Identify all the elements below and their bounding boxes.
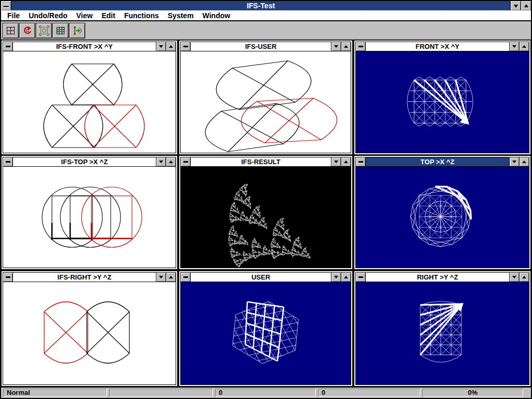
- status-mode: Normal: [3, 389, 107, 397]
- main-titlebar[interactable]: IFS-Test: [1, 1, 531, 10]
- triangle-down-icon: [512, 45, 516, 50]
- window-system-menu-button[interactable]: [3, 273, 13, 282]
- window-minimize-button[interactable]: [156, 157, 166, 166]
- window-system-menu-button[interactable]: [356, 157, 366, 166]
- child-window-right: RIGHT >Y ^Z: [354, 271, 531, 387]
- window-system-menu-button[interactable]: [181, 273, 191, 282]
- triangle-up-icon: [344, 274, 348, 278]
- system-menu-dash-icon: [183, 46, 188, 47]
- triangle-up-icon: [522, 274, 526, 278]
- window-maximize-button[interactable]: [341, 273, 351, 282]
- view-canvas-ifs-front[interactable]: [3, 51, 176, 153]
- window-maximize-button[interactable]: [166, 273, 176, 282]
- toolbar-button-tile-2x2[interactable]: [3, 23, 19, 38]
- status-progress: 0%: [422, 389, 523, 397]
- window-minimize-button[interactable]: [331, 42, 341, 51]
- window-title: IFS-FRONT >X ^Y: [13, 42, 156, 51]
- status-count-2: 0: [318, 389, 420, 397]
- triangle-up-icon: [169, 274, 173, 278]
- view-canvas-right[interactable]: [356, 282, 529, 384]
- window-titlebar[interactable]: FRONT >X ^Y: [356, 42, 529, 51]
- window-system-menu-button[interactable]: [181, 42, 191, 51]
- system-menu-dash-icon: [6, 276, 10, 278]
- window-system-menu-button[interactable]: [3, 157, 13, 166]
- step-forward-arrow-icon: [72, 25, 83, 36]
- menu-item-edit[interactable]: Edit: [101, 11, 115, 20]
- window-maximize-button[interactable]: [519, 42, 529, 51]
- app-title: IFS-Test: [11, 1, 510, 10]
- menu-item-functions[interactable]: Functions: [124, 11, 159, 20]
- window-title: IFS-RIGHT >Y ^Z: [13, 273, 156, 282]
- window-title: IFS-RESULT: [191, 157, 331, 166]
- system-menu-dash-icon: [183, 161, 188, 163]
- system-menu-dash-icon: [3, 5, 9, 7]
- system-menu-dash-icon: [6, 161, 10, 163]
- toolbar-button-rotate[interactable]: [19, 23, 35, 38]
- window-minimize-button[interactable]: [509, 157, 519, 166]
- maximize-button[interactable]: [521, 1, 531, 10]
- window-system-menu-button[interactable]: [356, 273, 366, 282]
- triangle-up-icon: [344, 158, 348, 163]
- system-menu-button[interactable]: [1, 1, 11, 10]
- menu-item-view[interactable]: View: [76, 11, 93, 20]
- triangle-down-icon: [514, 5, 518, 10]
- triangle-down-icon: [159, 276, 163, 281]
- window-maximize-button[interactable]: [166, 157, 176, 166]
- window-titlebar[interactable]: IFS-RIGHT >Y ^Z: [3, 273, 176, 282]
- tile-2x2-grid-icon: [6, 25, 16, 36]
- system-menu-dash-icon: [358, 46, 363, 47]
- view-canvas-ifs-top[interactable]: [3, 167, 176, 268]
- window-titlebar[interactable]: IFS-USER: [181, 42, 351, 51]
- window-titlebar[interactable]: TOP >X ^Z: [356, 157, 529, 167]
- menu-item-file[interactable]: File: [7, 11, 20, 20]
- view-canvas-front[interactable]: [356, 51, 529, 153]
- child-window-front: FRONT >X ^Y: [354, 40, 531, 155]
- window-titlebar[interactable]: RIGHT >Y ^Z: [356, 273, 529, 282]
- child-window-ifs-user: IFS-USER: [179, 40, 353, 155]
- triangle-down-icon: [512, 161, 516, 165]
- window-maximize-button[interactable]: [166, 42, 176, 51]
- window-titlebar[interactable]: IFS-FRONT >X ^Y: [3, 42, 176, 51]
- triangle-up-icon: [169, 158, 173, 163]
- status-count-1: 0: [215, 389, 316, 397]
- window-titlebar[interactable]: USER: [181, 273, 351, 282]
- window-system-menu-button[interactable]: [181, 157, 191, 166]
- window-title: TOP >X ^Z: [366, 157, 509, 166]
- window-titlebar[interactable]: IFS-RESULT: [181, 157, 351, 167]
- window-minimize-button[interactable]: [331, 273, 341, 282]
- window-title: RIGHT >Y ^Z: [366, 273, 509, 282]
- status-message: [109, 389, 213, 397]
- view-canvas-ifs-result[interactable]: [181, 167, 351, 268]
- window-titlebar[interactable]: IFS-TOP >X ^Z: [3, 157, 176, 167]
- menu-item-window[interactable]: Window: [203, 11, 231, 20]
- window-minimize-button[interactable]: [509, 273, 519, 282]
- window-maximize-button[interactable]: [341, 42, 351, 51]
- toolbar-button-fit-selection[interactable]: [36, 23, 52, 38]
- view-canvas-ifs-right[interactable]: [3, 282, 176, 384]
- triangle-up-icon: [344, 43, 348, 48]
- window-minimize-button[interactable]: [156, 42, 166, 51]
- view-canvas-user[interactable]: [181, 282, 351, 384]
- view-canvas-top[interactable]: [356, 167, 529, 268]
- window-minimize-button[interactable]: [156, 273, 166, 282]
- window-maximize-button[interactable]: [341, 157, 351, 166]
- window-title: IFS-TOP >X ^Z: [13, 157, 156, 166]
- window-minimize-button[interactable]: [331, 157, 341, 166]
- window-maximize-button[interactable]: [519, 273, 529, 282]
- application-window: IFS-Test File Undo/Redo View Edit Functi…: [0, 0, 532, 399]
- system-menu-dash-icon: [183, 276, 188, 278]
- window-maximize-button[interactable]: [519, 157, 529, 166]
- triangle-down-icon: [334, 161, 338, 165]
- child-window-top: TOP >X ^Z: [354, 155, 531, 270]
- window-system-menu-button[interactable]: [356, 42, 366, 51]
- window-minimize-button[interactable]: [509, 42, 519, 51]
- toolbar-button-step-forward[interactable]: [69, 23, 85, 38]
- menu-item-undo-redo[interactable]: Undo/Redo: [29, 11, 68, 20]
- minimize-button[interactable]: [510, 1, 521, 10]
- triangle-down-icon: [159, 45, 163, 50]
- menu-item-system[interactable]: System: [168, 11, 194, 20]
- triangle-down-icon: [159, 161, 163, 165]
- view-canvas-ifs-user[interactable]: [181, 51, 351, 153]
- toolbar-button-tile-3x3[interactable]: [52, 23, 69, 38]
- window-system-menu-button[interactable]: [3, 42, 13, 51]
